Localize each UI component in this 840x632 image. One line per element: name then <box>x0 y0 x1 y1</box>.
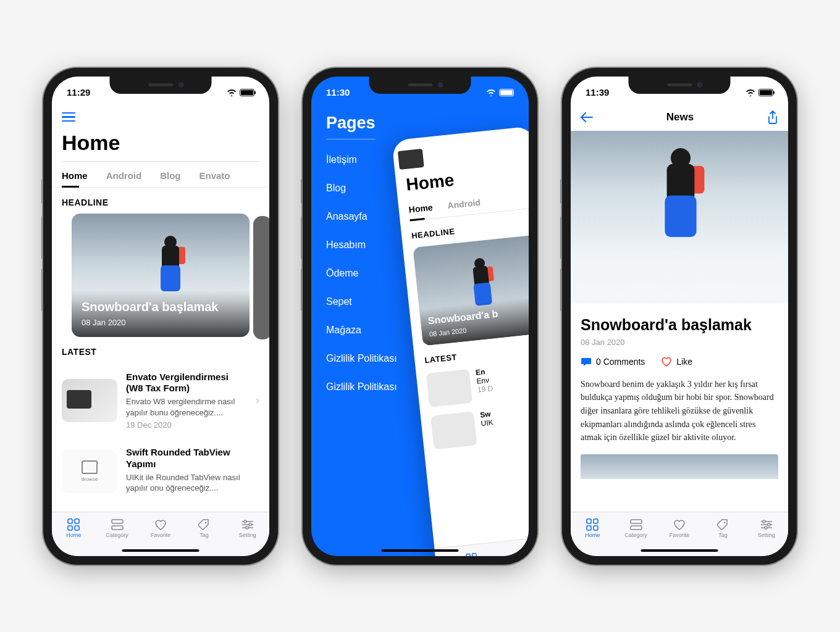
menu-button[interactable] <box>62 112 75 122</box>
comment-icon <box>581 357 592 367</box>
svg-rect-1 <box>75 519 79 523</box>
tabbar-home[interactable]: Home <box>52 512 95 545</box>
article-title: Snowboard'a başlamak <box>571 304 788 338</box>
phone-frame-2: 11:30 Pages İletişim Blog Anasayfa Hesab… <box>303 68 537 565</box>
grid-icon <box>464 551 479 555</box>
share-button[interactable] <box>767 110 778 124</box>
comments-button[interactable]: 0 Comments <box>581 357 645 367</box>
tabbar-category[interactable]: Category <box>95 512 138 545</box>
home-indicator[interactable] <box>122 549 200 552</box>
svg-rect-24 <box>631 526 642 530</box>
tab-home[interactable]: Home <box>62 170 88 181</box>
thumbnail <box>62 379 117 422</box>
tabbar-favorite[interactable]: Favorite <box>139 512 182 545</box>
hero-card[interactable]: Snowboard'a başlamak 08 Jan 2020 <box>72 214 250 337</box>
tab-android[interactable]: Android <box>106 170 142 181</box>
tabbar-category[interactable]: Category <box>614 512 657 545</box>
back-button[interactable] <box>581 112 593 122</box>
sliders-icon <box>241 518 254 531</box>
tag-icon <box>197 518 211 531</box>
svg-rect-20 <box>594 519 598 523</box>
hero-title: Snowboard'a başlamak <box>82 300 240 314</box>
tabbar-tag[interactable]: Tag <box>701 512 744 545</box>
svg-point-29 <box>768 523 770 526</box>
tilted-list-item[interactable]: En Env 19 D <box>426 360 529 407</box>
drawer-divider <box>326 139 376 139</box>
tabbar-favorite[interactable]: Favorite <box>658 512 701 545</box>
svg-rect-4 <box>112 520 123 523</box>
hero-card-next[interactable] <box>253 216 269 339</box>
tilted-list-item[interactable]: Sw UIK <box>430 403 529 449</box>
svg-point-27 <box>763 520 765 523</box>
tilted-latest-label: LATEST <box>424 343 529 365</box>
battery-icon <box>758 89 773 96</box>
latest-label: LATEST <box>52 337 269 363</box>
category-tabs: Home Android Blog Envato <box>52 162 269 188</box>
item-desc: Envato W8 vergilendirme nasıl yapılır bu… <box>126 396 247 418</box>
nav-bar <box>52 104 269 131</box>
tilted-tab-bar: Home Category <box>434 533 529 556</box>
tabbar-setting[interactable]: Setting <box>226 512 269 545</box>
battery-icon <box>240 89 254 96</box>
sliders-icon <box>760 518 773 531</box>
item-date: 19 Dec 2020 <box>126 420 247 430</box>
notch <box>110 77 212 94</box>
tilted-home-preview[interactable]: ✕ Home Home Android HEADLINE Snowboard'a… <box>392 125 529 555</box>
heart-icon <box>154 518 167 531</box>
home-indicator[interactable] <box>382 549 459 552</box>
svg-point-25 <box>724 522 725 523</box>
tilted-hero[interactable]: Snowboard'a b 08 Jan 2020 <box>413 235 529 346</box>
svg-rect-13 <box>466 553 470 555</box>
svg-rect-0 <box>68 519 72 523</box>
svg-rect-2 <box>68 526 72 530</box>
tabbar-setting[interactable]: Setting <box>745 512 788 545</box>
svg-point-8 <box>244 520 246 523</box>
article-date: 08 Jan 2020 <box>571 338 788 357</box>
list-item[interactable]: Browse Swift Rounded TabView Yapımı UIKi… <box>52 438 269 505</box>
status-time: 11:39 <box>586 87 609 98</box>
tabbar-home[interactable]: Home <box>571 512 614 545</box>
tabbar-tag[interactable]: Tag <box>182 512 225 545</box>
list-item[interactable]: Envato Vergilendirmesi (W8 Tax Form) Env… <box>52 363 269 439</box>
detail-nav-bar: News <box>571 104 788 131</box>
tilted-tabbar-category[interactable]: Category <box>505 534 529 556</box>
home-indicator[interactable] <box>641 549 718 552</box>
status-icons <box>486 89 514 96</box>
tilted-tab-home[interactable]: Home <box>408 202 433 214</box>
grid-icon <box>586 518 599 531</box>
hero-overlay: Snowboard'a başlamak 08 Jan 2020 <box>72 290 250 337</box>
tab-blog[interactable]: Blog <box>160 170 180 181</box>
svg-rect-5 <box>112 526 123 530</box>
thumbnail <box>426 368 472 407</box>
notch <box>629 77 731 94</box>
svg-rect-23 <box>631 520 642 523</box>
rows-icon <box>111 518 124 531</box>
battery-icon <box>499 89 514 96</box>
grid-icon <box>67 518 80 531</box>
thumbnail <box>430 411 477 449</box>
item-title: Envato Vergilendirmesi (W8 Tax Form) <box>126 372 247 395</box>
tilted-tab-android[interactable]: Android <box>447 197 481 210</box>
status-icons <box>227 89 254 96</box>
status-time: 11:30 <box>326 87 350 98</box>
screen-home: 11:29 Home Home Android Blog Envato HEAD… <box>52 77 269 556</box>
rows-icon <box>629 518 643 531</box>
tilted-tabs: Home Android <box>408 192 529 222</box>
tab-envato[interactable]: Envato <box>200 170 230 181</box>
tilted-page-title: Home <box>405 162 529 195</box>
svg-point-31 <box>765 526 767 529</box>
article-inline-image <box>581 454 778 479</box>
article-actions: 0 Comments Like <box>571 357 788 378</box>
svg-rect-21 <box>587 526 591 530</box>
like-button[interactable]: Like <box>661 357 692 367</box>
status-time: 11:29 <box>67 87 90 98</box>
wifi-icon <box>746 89 755 96</box>
chevron-right-icon: › <box>256 394 259 407</box>
screen-drawer: 11:30 Pages İletişim Blog Anasayfa Hesab… <box>311 77 529 556</box>
thumbnail: Browse <box>62 450 117 493</box>
tag-icon <box>716 518 729 531</box>
headline-label: HEADLINE <box>52 188 269 214</box>
svg-point-10 <box>249 523 251 526</box>
svg-rect-22 <box>594 526 598 530</box>
wifi-icon <box>227 89 237 96</box>
